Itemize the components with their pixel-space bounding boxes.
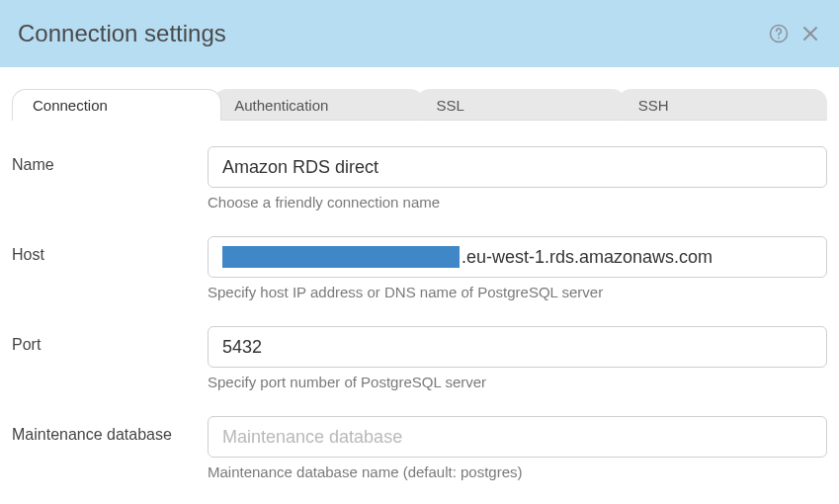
dialog-titlebar: Connection settings xyxy=(0,0,839,67)
maintenance-db-label: Maintenance database xyxy=(12,416,208,444)
tab-ssh[interactable]: SSH xyxy=(618,89,827,121)
port-input[interactable] xyxy=(222,337,812,358)
host-hint: Specify host IP address or DNS name of P… xyxy=(208,284,827,300)
tab-connection[interactable]: Connection xyxy=(12,89,221,121)
help-icon[interactable] xyxy=(768,23,790,44)
tab-label: SSH xyxy=(638,97,669,114)
host-value-suffix: .eu-west-1.rds.amazonaws.com xyxy=(461,247,713,268)
name-hint: Choose a friendly connection name xyxy=(208,194,827,210)
name-label: Name xyxy=(12,146,208,174)
tab-label: Authentication xyxy=(234,97,328,114)
close-icon[interactable] xyxy=(799,23,821,44)
name-input[interactable] xyxy=(222,157,812,178)
port-input-wrap xyxy=(208,326,827,368)
dialog-title: Connection settings xyxy=(18,20,768,47)
maintenance-db-input-wrap xyxy=(208,416,827,458)
name-input-wrap xyxy=(208,146,827,188)
tab-ssl[interactable]: SSL xyxy=(416,89,626,121)
tab-authentication[interactable]: Authentication xyxy=(213,89,423,121)
svg-point-1 xyxy=(778,38,780,40)
port-label: Port xyxy=(12,326,208,354)
connection-form: Name Choose a friendly connection name H… xyxy=(0,121,839,480)
maintenance-db-hint: Maintenance database name (default: post… xyxy=(208,463,827,480)
maintenance-db-input[interactable] xyxy=(222,427,812,448)
tab-label: SSL xyxy=(437,97,464,114)
tab-bar: Connection Authentication SSL SSH xyxy=(0,67,839,121)
host-redacted-block xyxy=(222,246,460,268)
tab-label: Connection xyxy=(33,97,108,114)
host-input[interactable]: .eu-west-1.rds.amazonaws.com xyxy=(208,236,827,278)
port-hint: Specify port number of PostgreSQL server xyxy=(208,374,827,390)
host-label: Host xyxy=(12,236,208,264)
